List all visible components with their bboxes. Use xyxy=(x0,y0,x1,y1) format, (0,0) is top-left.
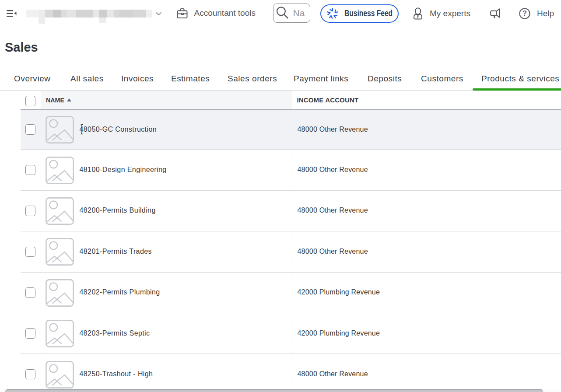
svg-text:?: ? xyxy=(522,10,527,17)
